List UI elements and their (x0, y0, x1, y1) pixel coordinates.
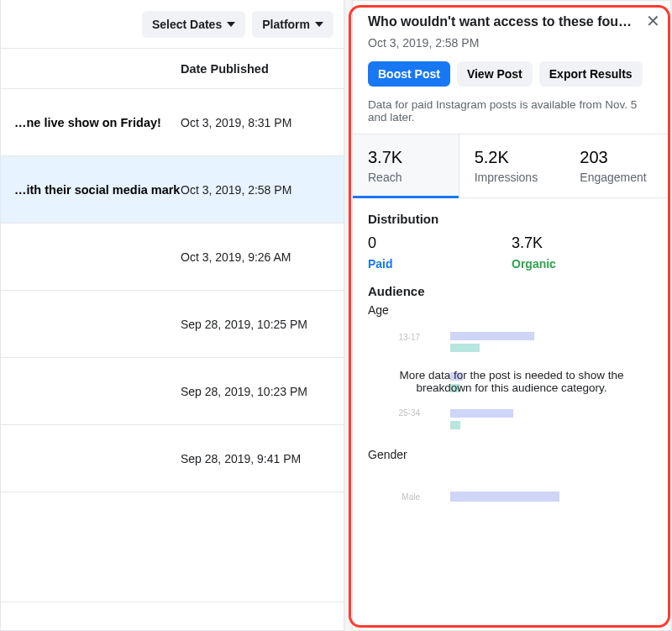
metric-label: Engagement (580, 171, 655, 184)
table-row[interactable]: Sep 28, 2019, 10:25 PM (1, 291, 344, 358)
post-date: Sep 28, 2019, 10:25 PM (181, 318, 307, 331)
export-results-button[interactable]: Export Results (539, 61, 643, 87)
svg-rect-1 (450, 332, 534, 340)
view-post-button[interactable]: View Post (457, 61, 533, 87)
table-row[interactable]: Sep 28, 2019, 9:41 PM (1, 425, 344, 492)
table-row[interactable]: Sep 28, 2019, 10:23 PM (1, 358, 344, 425)
posts-list: Select Dates Platform Date Published …ne… (0, 0, 344, 631)
post-date: Sep 28, 2019, 9:41 PM (181, 452, 301, 465)
post-date: Oct 3, 2019, 8:31 PM (181, 116, 291, 129)
svg-text:Male: Male (402, 492, 420, 502)
boost-post-button[interactable]: Boost Post (368, 61, 450, 87)
audience-heading: Audience (368, 284, 655, 298)
caret-down-icon (315, 22, 323, 27)
list-footer (1, 602, 344, 630)
post-date: Sep 28, 2019, 10:23 PM (181, 385, 307, 398)
table-row[interactable]: Oct 3, 2019, 9:26 AM (1, 223, 344, 291)
paid-data-note: Data for paid Instagram posts is availab… (368, 98, 655, 124)
paid-value: 0 (368, 234, 512, 252)
panel-actions: Boost Post View Post Export Results (368, 61, 655, 87)
organic-value: 3.7K (512, 234, 655, 252)
age-chart: 13-17 25-34 More data for the post is ne… (368, 325, 655, 443)
metrics-tabs: 3.7K Reach 5.2K Impressions 203 Engageme… (353, 134, 670, 198)
platform-dropdown[interactable]: Platform (252, 11, 333, 38)
post-details-panel: ✕ Who wouldn't want access to these four… (352, 0, 671, 631)
select-dates-label: Select Dates (152, 18, 222, 31)
svg-text:25-34: 25-34 (398, 408, 420, 418)
column-date-published: Date Published (181, 62, 269, 76)
gender-label: Gender (368, 448, 655, 461)
svg-rect-2 (450, 344, 480, 352)
table-row[interactable]: …ne live show on Friday! Oct 3, 2019, 8:… (1, 89, 344, 156)
distribution-row: 0 Paid 3.7K Organic (368, 234, 655, 271)
column-headers: Date Published (1, 49, 344, 89)
bar-chart-icon: Male (385, 470, 645, 512)
age-label: Age (368, 303, 655, 317)
post-title: …ne live show on Friday! (14, 116, 181, 129)
close-icon: ✕ (646, 12, 660, 30)
gender-chart: Male (368, 470, 655, 520)
svg-rect-9 (450, 492, 559, 502)
metric-value: 5.2K (475, 148, 550, 167)
metric-value: 3.7K (368, 148, 444, 167)
panel-timestamp: Oct 3, 2019, 2:58 PM (368, 36, 655, 50)
post-rows: …ne live show on Friday! Oct 3, 2019, 8:… (1, 89, 344, 602)
close-button[interactable]: ✕ (646, 11, 660, 31)
filters-bar: Select Dates Platform (1, 0, 344, 49)
svg-text:13-17: 13-17 (398, 333, 420, 342)
post-date: Oct 3, 2019, 9:26 AM (181, 250, 291, 264)
distribution-heading: Distribution (368, 212, 655, 226)
paid-label: Paid (368, 257, 512, 271)
age-chart-message: More data for the post is needed to show… (368, 369, 655, 394)
svg-rect-7 (450, 421, 460, 429)
tab-impressions[interactable]: 5.2K Impressions (459, 134, 565, 197)
caret-down-icon (227, 22, 235, 27)
tab-reach[interactable]: 3.7K Reach (353, 134, 459, 197)
table-row[interactable]: …ith their social media mark... Oct 3, 2… (1, 156, 344, 223)
tab-indicator (353, 196, 459, 198)
metric-value: 203 (580, 148, 655, 167)
svg-rect-6 (450, 409, 513, 418)
tab-engagement[interactable]: 203 Engagement (564, 134, 670, 197)
organic-label: Organic (512, 257, 655, 271)
select-dates-dropdown[interactable]: Select Dates (142, 11, 245, 38)
metric-label: Reach (368, 171, 444, 184)
panel-title: Who wouldn't want access to these four (… (368, 14, 655, 29)
platform-label: Platform (262, 18, 310, 31)
metric-label: Impressions (475, 171, 550, 184)
post-date: Oct 3, 2019, 2:58 PM (181, 183, 291, 197)
post-title: …ith their social media mark... (14, 183, 181, 197)
